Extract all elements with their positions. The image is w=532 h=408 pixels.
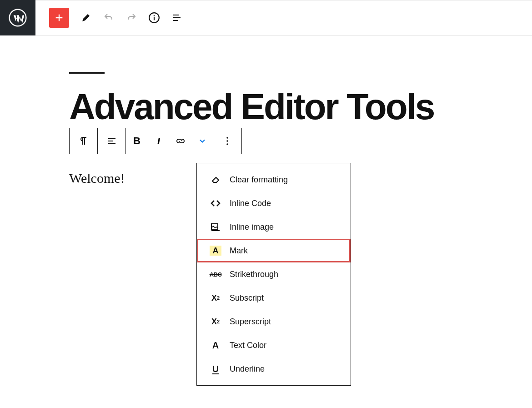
undo-button[interactable] — [98, 7, 119, 28]
italic-button[interactable]: I — [148, 128, 170, 154]
underline-icon: U — [210, 363, 221, 375]
link-button[interactable] — [170, 128, 191, 154]
align-left-icon — [106, 136, 117, 146]
redo-icon — [126, 12, 137, 23]
menu-item-inline-code[interactable]: Inline Code — [197, 191, 351, 215]
chevron-down-icon — [198, 136, 207, 146]
menu-item-label: Inline image — [230, 222, 274, 232]
menu-item-label: Superscript — [230, 317, 271, 327]
info-icon — [148, 12, 160, 24]
menu-item-clear-formatting[interactable]: Clear formatting — [197, 168, 351, 191]
text-color-icon: A — [210, 339, 221, 351]
info-button[interactable] — [144, 7, 165, 28]
bold-button[interactable]: B — [126, 128, 148, 154]
menu-item-label: Clear formatting — [230, 175, 288, 185]
redo-button[interactable] — [121, 7, 142, 28]
superscript-icon: X2 — [210, 316, 221, 327]
bold-icon: B — [133, 135, 141, 147]
menu-item-label: Subscript — [230, 293, 264, 303]
wordpress-logo[interactable] — [0, 0, 35, 35]
wordpress-icon — [9, 9, 27, 27]
menu-item-subscript[interactable]: X2 Subscript — [197, 286, 351, 310]
menu-item-mark[interactable]: A Mark — [197, 239, 351, 262]
menu-item-label: Text Color — [230, 341, 266, 350]
pilcrow-icon — [78, 136, 89, 146]
menu-item-label: Strikethrough — [230, 270, 278, 279]
strikethrough-icon: ABC — [210, 268, 221, 280]
code-icon — [210, 197, 221, 209]
menu-item-superscript[interactable]: X2 Superscript — [197, 310, 351, 333]
image-icon — [210, 221, 221, 233]
editor-content: Advanced Editor Tools B I Welcome! — [0, 35, 532, 186]
pencil-icon — [80, 12, 91, 23]
svg-point-5 — [226, 143, 228, 145]
more-options-button[interactable] — [213, 128, 241, 154]
menu-item-underline[interactable]: U Underline — [197, 357, 351, 381]
block-toolbar: B I — [69, 128, 242, 154]
menu-item-label: Underline — [230, 364, 265, 374]
menu-item-text-color[interactable]: A Text Color — [197, 333, 351, 357]
format-popover: Clear formatting Inline Code Inline imag… — [196, 163, 351, 386]
align-button[interactable] — [98, 128, 126, 154]
menu-item-label: Mark — [230, 246, 248, 256]
svg-point-2 — [154, 15, 155, 16]
eraser-icon — [210, 174, 221, 186]
link-icon — [175, 136, 186, 146]
page-title[interactable]: Advanced Editor Tools — [69, 90, 532, 124]
top-toolbar — [0, 0, 532, 35]
mark-icon: A — [210, 245, 221, 257]
menu-item-label: Inline Code — [230, 199, 271, 208]
menu-item-inline-image[interactable]: Inline image — [197, 215, 351, 239]
italic-icon: I — [157, 135, 161, 147]
svg-point-3 — [226, 137, 228, 139]
menu-item-strikethrough[interactable]: ABC Strikethrough — [197, 262, 351, 286]
svg-point-4 — [226, 140, 228, 142]
plus-icon — [54, 13, 64, 23]
list-icon — [171, 12, 182, 23]
more-vertical-icon — [222, 136, 233, 146]
outline-button[interactable] — [166, 7, 187, 28]
paragraph-button[interactable] — [70, 128, 98, 154]
title-divider — [69, 72, 105, 74]
undo-icon — [103, 12, 114, 23]
add-block-button[interactable] — [49, 8, 69, 28]
edit-mode-button[interactable] — [75, 7, 96, 28]
more-rich-text-button[interactable] — [191, 128, 213, 154]
subscript-icon: X2 — [210, 292, 221, 304]
